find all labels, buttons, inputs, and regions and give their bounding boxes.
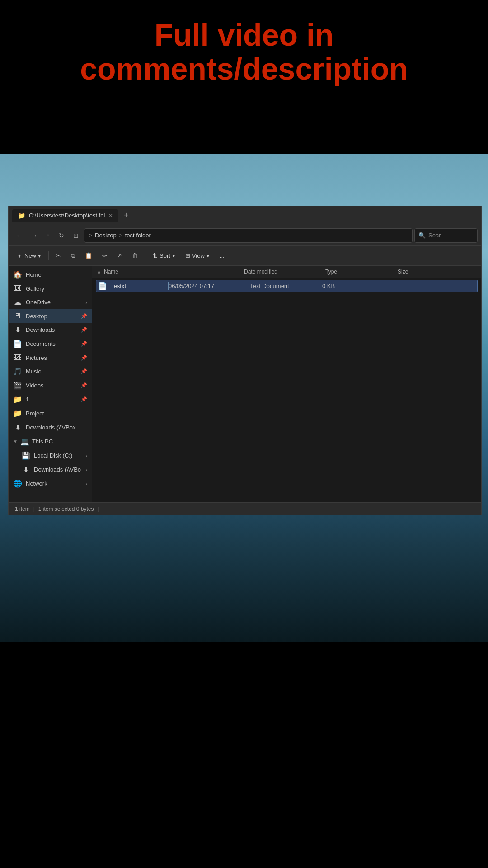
breadcrumb-desktop[interactable]: Desktop: [95, 232, 117, 239]
sidebar-item-local-disk[interactable]: 💾 Local Disk (C:) ›: [9, 448, 92, 462]
folder-1-icon: 📁: [13, 395, 22, 404]
downloads-vbox2-icon: ⬇: [21, 465, 30, 474]
sidebar-item-documents[interactable]: 📄 Documents 📌: [9, 337, 92, 351]
back-button[interactable]: ←: [12, 229, 26, 242]
share-button[interactable]: ↗: [113, 250, 127, 262]
pin-icon-1: 📌: [81, 396, 87, 402]
view-dropdown-icon: ▾: [206, 252, 210, 259]
pin-icon-videos: 📌: [81, 382, 87, 388]
view-switcher-button[interactable]: ⊡: [70, 229, 82, 242]
pin-icon-downloads: 📌: [81, 327, 87, 333]
main-area: 🏠 Home 🖼 Gallery ☁ OneDrive › 🖥 Desktop …: [9, 266, 481, 502]
sort-button[interactable]: ⇅ Sort ▾: [148, 250, 180, 262]
sidebar-item-folder-1[interactable]: 📁 1 📌: [9, 392, 92, 406]
new-tab-button[interactable]: +: [120, 209, 132, 222]
sidebar-this-pc-section[interactable]: ▼ 💻 This PC: [9, 434, 92, 448]
sidebar-item-label: Pictures: [26, 354, 47, 361]
up-button[interactable]: ↑: [43, 229, 53, 242]
selected-info: 1 item selected 0 bytes: [38, 506, 94, 512]
delete-button[interactable]: 🗑: [127, 250, 142, 262]
project-icon: 📁: [13, 409, 22, 418]
refresh-button[interactable]: ↻: [55, 229, 68, 242]
sidebar-item-home[interactable]: 🏠 Home: [9, 268, 92, 282]
sidebar-item-label: OneDrive: [26, 299, 51, 306]
view-button[interactable]: ⊞ View ▾: [181, 250, 214, 262]
explorer-window: 📁 C:\Users\test\Desktop\test fol ✕ + ← →…: [8, 206, 482, 515]
table-row[interactable]: 📄 06/05/2024 07:17 Text Document 0 KB: [96, 280, 478, 292]
view-icon: ⊞: [185, 252, 190, 259]
search-icon: 🔍: [418, 232, 426, 239]
col-header-date[interactable]: Date modified: [242, 268, 324, 276]
delete-icon: 🗑: [132, 252, 138, 259]
pin-icon-pictures: 📌: [81, 355, 87, 361]
new-dropdown-icon: ▾: [38, 252, 41, 259]
share-icon: ↗: [117, 252, 122, 259]
sidebar-item-label: Music: [26, 368, 41, 375]
onedrive-icon: ☁: [13, 298, 22, 307]
breadcrumb-folder[interactable]: test folder: [125, 232, 151, 239]
breadcrumb[interactable]: > Desktop > test folder: [84, 228, 413, 243]
sidebar-item-gallery[interactable]: 🖼 Gallery: [9, 282, 92, 295]
sidebar-item-label: Desktop: [26, 313, 47, 320]
home-icon: 🏠: [13, 270, 22, 279]
search-box[interactable]: 🔍 Sear: [414, 228, 478, 243]
file-rename-input[interactable]: [110, 282, 169, 290]
status-separator-2: |: [98, 506, 99, 512]
sidebar-item-label: Local Disk (C:): [34, 452, 72, 459]
watermark: Full video in comments/description: [0, 18, 488, 86]
sidebar-item-onedrive[interactable]: ☁ OneDrive ›: [9, 295, 92, 309]
view-label: View: [192, 252, 205, 259]
address-bar: ← → ↑ ↻ ⊡ > Desktop > test folder 🔍 Sear: [9, 225, 481, 246]
copy-button[interactable]: ⧉: [66, 250, 80, 262]
new-label: New: [24, 252, 36, 259]
sidebar-item-videos[interactable]: 🎬 Videos 📌: [9, 378, 92, 392]
file-area: ∧ Name Date modified Type Size 📄 06/05/2…: [92, 266, 481, 502]
sort-dropdown-icon: ▾: [172, 252, 175, 259]
more-button[interactable]: ...: [215, 250, 229, 262]
file-date: 06/05/2024 07:17: [169, 283, 250, 289]
sidebar-item-label: Gallery: [26, 285, 44, 292]
copy-icon: ⧉: [71, 252, 75, 259]
sidebar-item-downloads-vbox[interactable]: ⬇ Downloads (\\VBox: [9, 420, 92, 434]
col-header-type[interactable]: Type: [324, 268, 396, 276]
expand-col: ∧: [96, 269, 102, 275]
tab-close-button[interactable]: ✕: [108, 212, 113, 219]
toolbar-separator-1: [48, 251, 49, 260]
pin-icon-documents: 📌: [81, 341, 87, 347]
sidebar-item-downloads-vbox2[interactable]: ⬇ Downloads (\\VBo ›: [9, 462, 92, 476]
sidebar-item-pictures[interactable]: 🖼 Pictures 📌: [9, 351, 92, 364]
new-icon: ＋: [17, 252, 23, 260]
new-button[interactable]: ＋ New ▾: [12, 249, 46, 263]
cut-button[interactable]: ✂: [52, 250, 66, 262]
sidebar-item-label: Videos: [26, 382, 44, 389]
pin-icon-music: 📌: [81, 368, 87, 374]
search-placeholder: Sear: [428, 232, 441, 239]
sort-label: Sort: [160, 252, 170, 259]
chevron-right-dl: ›: [85, 467, 87, 472]
sidebar-item-network[interactable]: 🌐 Network ›: [9, 476, 92, 491]
paste-button[interactable]: 📋: [80, 250, 97, 262]
chevron-right-icon: ›: [85, 300, 87, 305]
sidebar-item-downloads[interactable]: ⬇ Downloads 📌: [9, 323, 92, 337]
chevron-down-icon: ▼: [13, 439, 18, 444]
rename-button[interactable]: ✏: [98, 250, 112, 262]
title-bar: 📁 C:\Users\test\Desktop\test fol ✕ +: [9, 206, 481, 225]
col-header-name[interactable]: Name: [102, 268, 242, 276]
breadcrumb-sep2: >: [119, 232, 122, 239]
forward-button[interactable]: →: [28, 229, 41, 242]
breadcrumb-chevron: >: [89, 232, 92, 239]
sidebar-item-label: Downloads (\\VBo: [34, 466, 81, 473]
bg-bottom: [0, 642, 488, 868]
sidebar: 🏠 Home 🖼 Gallery ☁ OneDrive › 🖥 Desktop …: [9, 266, 92, 502]
explorer-tab[interactable]: 📁 C:\Users\test\Desktop\test fol ✕: [12, 209, 118, 222]
sidebar-item-label: Network: [26, 480, 47, 487]
videos-icon: 🎬: [13, 381, 22, 390]
pictures-icon: 🖼: [13, 354, 22, 362]
sidebar-item-music[interactable]: 🎵 Music 📌: [9, 364, 92, 378]
sidebar-item-project[interactable]: 📁 Project: [9, 406, 92, 420]
col-header-size[interactable]: Size: [396, 268, 432, 276]
cut-icon: ✂: [56, 252, 61, 259]
downloads-vbox-icon: ⬇: [13, 423, 22, 432]
sidebar-item-desktop[interactable]: 🖥 Desktop 📌: [9, 309, 92, 323]
status-separator: |: [33, 506, 35, 512]
